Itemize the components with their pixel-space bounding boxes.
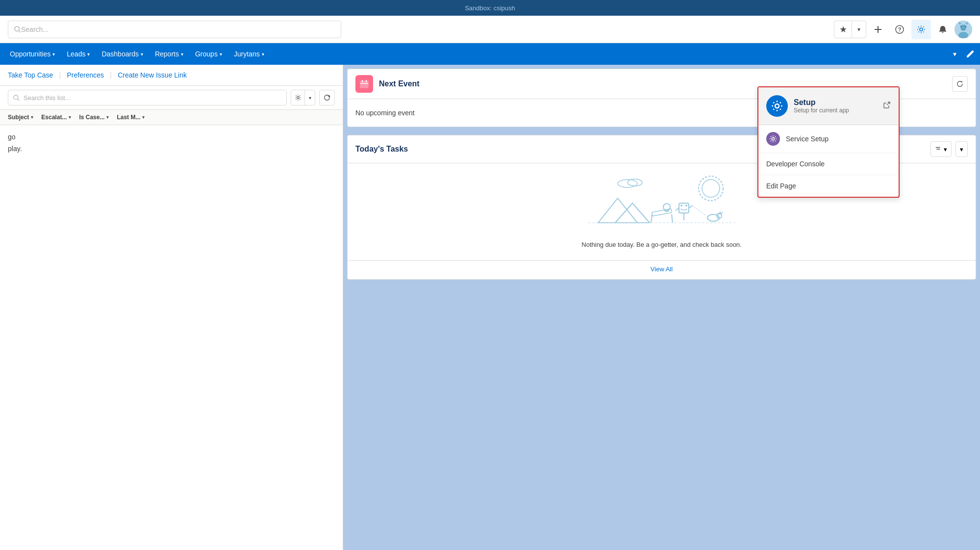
setup-subtitle: Setup for current app bbox=[794, 107, 877, 114]
svg-rect-18 bbox=[360, 81, 368, 88]
svg-line-1 bbox=[19, 30, 21, 32]
svg-line-38 bbox=[689, 206, 692, 208]
external-link-svg bbox=[883, 101, 891, 109]
svg-line-15 bbox=[18, 99, 19, 100]
svg-rect-33 bbox=[679, 203, 689, 213]
search-icon bbox=[14, 26, 21, 33]
bell-button[interactable] bbox=[933, 20, 953, 39]
col-iscase[interactable]: Is Case... ▾ bbox=[79, 114, 109, 121]
nav-label-jurytans: Jurytans bbox=[234, 50, 260, 58]
list-refresh-button[interactable] bbox=[319, 90, 335, 105]
next-event-title: Next Event bbox=[379, 79, 420, 88]
nav-more-button[interactable]: ▾ bbox=[949, 43, 960, 65]
list-search-row: ▾ bbox=[0, 86, 343, 110]
no-event-text: No upcoming event bbox=[355, 109, 415, 117]
developer-console-label: Developer Console bbox=[766, 160, 825, 168]
service-setup-icon bbox=[766, 132, 780, 146]
svg-line-37 bbox=[676, 208, 679, 210]
svg-text:?: ? bbox=[898, 26, 902, 32]
nav-edit-button[interactable] bbox=[960, 43, 980, 65]
take-top-case-button[interactable]: Take Top Case bbox=[8, 71, 53, 79]
col-subject[interactable]: Subject ▾ bbox=[8, 114, 33, 121]
nav-caret-leads: ▾ bbox=[87, 52, 90, 57]
app-header: ★ ▾ ? bbox=[0, 16, 980, 43]
svg-point-11 bbox=[964, 26, 966, 27]
nav-item-reports[interactable]: Reports ▾ bbox=[149, 43, 189, 65]
sandbox-label: Sandbox: csipush bbox=[465, 4, 515, 12]
nav-item-leads[interactable]: Leads ▾ bbox=[61, 43, 96, 65]
partial-text-play: play. bbox=[8, 145, 335, 153]
col-lastm[interactable]: Last M... ▾ bbox=[117, 114, 145, 121]
add-button[interactable] bbox=[868, 20, 888, 39]
favorites-star-button[interactable]: ★ bbox=[834, 21, 852, 38]
svg-point-14 bbox=[14, 95, 18, 99]
list-search-field[interactable] bbox=[24, 94, 281, 102]
setup-title: Setup bbox=[794, 98, 877, 107]
svg-marker-28 bbox=[615, 203, 650, 223]
gear-button[interactable] bbox=[911, 20, 931, 39]
nav-item-dashboards[interactable]: Dashboards ▾ bbox=[96, 43, 149, 65]
header-icons-group: ★ ▾ ? bbox=[834, 20, 972, 39]
nav-item-jurytans[interactable]: Jurytans ▾ bbox=[228, 43, 270, 65]
next-event-refresh-icon bbox=[956, 80, 963, 87]
col-caret-escalat: ▾ bbox=[69, 115, 71, 120]
nav-item-groups[interactable]: Groups ▾ bbox=[189, 43, 228, 65]
svg-point-10 bbox=[960, 26, 962, 27]
svg-point-35 bbox=[685, 205, 687, 207]
favorites-caret-button[interactable]: ▾ bbox=[852, 21, 866, 38]
col-caret-subject: ▾ bbox=[31, 115, 33, 120]
tasks-controls: ▾ ▾ bbox=[930, 141, 968, 157]
setup-text-group: Setup Setup for current app bbox=[794, 98, 877, 114]
dropdown-service-setup-item[interactable]: Service Setup bbox=[758, 125, 899, 153]
dropdown-edit-page-item[interactable]: Edit Page bbox=[758, 175, 899, 197]
bell-icon bbox=[938, 25, 947, 34]
help-icon: ? bbox=[895, 25, 904, 34]
dropdown-developer-console-item[interactable]: Developer Console bbox=[758, 153, 899, 175]
tasks-empty-illustration bbox=[588, 174, 735, 233]
global-search-bar[interactable] bbox=[8, 21, 341, 38]
plus-icon bbox=[874, 25, 882, 34]
svg-point-8 bbox=[960, 25, 966, 30]
list-settings-icon bbox=[291, 90, 305, 105]
nav-label-groups: Groups bbox=[195, 50, 218, 58]
create-new-issue-link-button[interactable]: Create New Issue Link bbox=[118, 71, 187, 79]
list-search-input-container[interactable] bbox=[8, 90, 287, 105]
tasks-filter-button[interactable]: ▾ bbox=[930, 141, 952, 157]
next-event-refresh-button[interactable] bbox=[952, 76, 968, 92]
service-setup-label: Service Setup bbox=[786, 135, 829, 143]
top-banner: Sandbox: csipush bbox=[0, 0, 980, 16]
table-header: Subject ▾ Escalat... ▾ Is Case... ▾ Last… bbox=[0, 110, 343, 125]
tasks-empty-text: Nothing due today. Be a go-getter, and c… bbox=[581, 241, 741, 248]
nav-right-controls: ▾ bbox=[949, 43, 980, 65]
list-search-icon bbox=[13, 95, 20, 101]
nav-item-opportunities[interactable]: Opportunities ▾ bbox=[4, 43, 61, 65]
search-input[interactable] bbox=[21, 26, 335, 33]
svg-point-34 bbox=[680, 205, 682, 207]
col-caret-iscase: ▾ bbox=[106, 115, 109, 120]
list-gear-split-button[interactable]: ▾ bbox=[291, 90, 315, 105]
svg-point-45 bbox=[775, 104, 779, 108]
favorites-group[interactable]: ★ ▾ bbox=[834, 21, 866, 38]
gear-dropdown-menu: Setup Setup for current app bbox=[757, 86, 900, 198]
preferences-button[interactable]: Preferences bbox=[67, 71, 104, 79]
nav-caret-dashboards: ▾ bbox=[141, 52, 143, 57]
calendar-icon bbox=[355, 75, 373, 93]
service-setup-svg bbox=[769, 135, 777, 143]
col-escalat[interactable]: Escalat... ▾ bbox=[41, 114, 71, 121]
user-avatar[interactable] bbox=[955, 21, 972, 38]
nav-caret-opportunities: ▾ bbox=[52, 52, 55, 57]
refresh-icon bbox=[324, 94, 330, 101]
setup-gear-icon bbox=[766, 95, 788, 117]
help-button[interactable]: ? bbox=[890, 20, 909, 39]
list-gear-caret[interactable]: ▾ bbox=[305, 90, 315, 105]
nav-label-leads: Leads bbox=[67, 50, 85, 58]
nav-caret-jurytans: ▾ bbox=[262, 52, 264, 57]
calendar-svg bbox=[359, 79, 369, 89]
svg-point-26 bbox=[702, 180, 720, 197]
view-all-link[interactable]: View All bbox=[651, 265, 673, 273]
svg-point-6 bbox=[920, 28, 923, 31]
dropdown-setup-item[interactable]: Setup Setup for current app bbox=[758, 87, 899, 125]
svg-line-30 bbox=[651, 214, 652, 223]
tasks-dropdown-button[interactable]: ▾ bbox=[955, 141, 968, 157]
left-panel: Take Top Case | Preferences | Create New… bbox=[0, 65, 343, 550]
